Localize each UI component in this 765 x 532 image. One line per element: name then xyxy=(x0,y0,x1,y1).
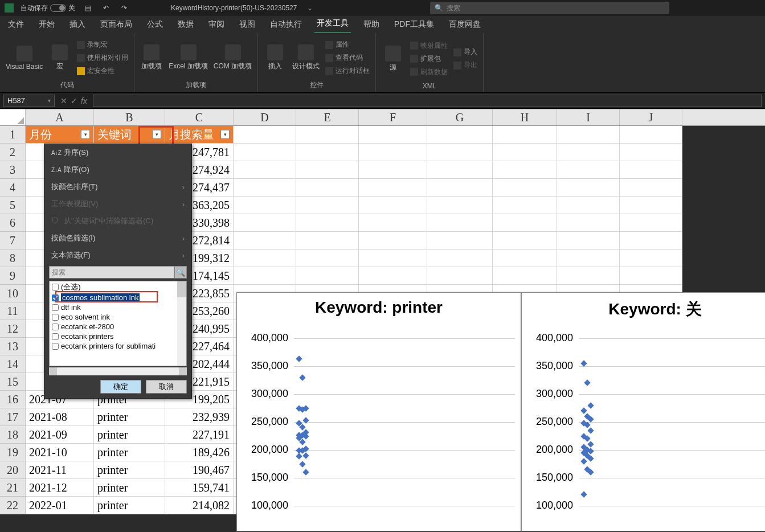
cell[interactable] xyxy=(493,267,557,285)
row-header[interactable]: 9 xyxy=(0,267,26,285)
visual-basic-button[interactable]: Visual Basic xyxy=(6,46,43,71)
redo-icon[interactable]: ↷ xyxy=(118,2,130,14)
col-header-J[interactable]: J xyxy=(620,109,682,125)
row-header[interactable]: 10 xyxy=(0,285,26,302)
cell[interactable]: 2021-08 xyxy=(26,408,94,426)
cell[interactable] xyxy=(359,197,427,214)
cell[interactable] xyxy=(493,214,557,232)
cell[interactable] xyxy=(296,179,359,197)
text-filters-item[interactable]: 文本筛选(F) xyxy=(44,247,191,264)
row-header[interactable]: 11 xyxy=(0,302,26,320)
cell[interactable] xyxy=(557,144,620,161)
row-header[interactable]: 14 xyxy=(0,355,26,373)
cell[interactable] xyxy=(359,126,427,144)
row-header[interactable]: 8 xyxy=(0,249,26,267)
cell[interactable] xyxy=(427,179,493,197)
chart-printer[interactable]: Keyword: printer 400,000350,000300,00025… xyxy=(236,292,521,531)
cell[interactable] xyxy=(493,179,557,197)
cell[interactable] xyxy=(620,214,682,232)
cell[interactable]: printer xyxy=(94,426,165,444)
row-header[interactable]: 15 xyxy=(0,373,26,391)
search-icon[interactable]: 🔍 xyxy=(174,266,187,279)
macro-security-button[interactable]: 宏安全性 xyxy=(77,65,128,77)
cell[interactable] xyxy=(234,249,296,267)
row-header[interactable]: 16 xyxy=(0,391,26,408)
filter-value-list[interactable]: (全选) cosmos sublimation ink dtf ink eco … xyxy=(49,281,187,366)
source-button[interactable]: 源 xyxy=(382,46,404,72)
cell[interactable] xyxy=(620,249,682,267)
cell[interactable] xyxy=(359,267,427,285)
sort-ascending-item[interactable]: A↓Z升序(S) xyxy=(44,144,191,161)
row-header[interactable]: 19 xyxy=(0,444,26,461)
cell[interactable] xyxy=(296,197,359,214)
tab-review[interactable]: 审阅 xyxy=(206,17,227,33)
cell[interactable] xyxy=(493,144,557,161)
formula-input[interactable] xyxy=(93,95,762,107)
cell[interactable] xyxy=(427,214,493,232)
cell[interactable] xyxy=(557,179,620,197)
cell[interactable] xyxy=(234,179,296,197)
row-header[interactable]: 17 xyxy=(0,408,26,426)
view-code-button[interactable]: 查看代码 xyxy=(325,52,370,64)
cell[interactable] xyxy=(620,126,682,144)
cell[interactable] xyxy=(359,144,427,161)
cell[interactable] xyxy=(234,197,296,214)
cell[interactable] xyxy=(493,197,557,214)
cell[interactable] xyxy=(359,179,427,197)
cell[interactable] xyxy=(427,144,493,161)
tab-home[interactable]: 开始 xyxy=(36,17,57,33)
filter-button-icon[interactable]: ▾ xyxy=(81,130,90,139)
tab-file[interactable]: 文件 xyxy=(6,17,26,33)
name-box[interactable]: H587▾ xyxy=(3,95,55,107)
cell[interactable] xyxy=(620,267,682,285)
row-header[interactable]: 22 xyxy=(0,497,26,514)
chart-keyword2[interactable]: Keyword: 关 400,000350,000300,000250,0002… xyxy=(521,292,765,531)
cell[interactable] xyxy=(557,214,620,232)
col-header-A[interactable]: A xyxy=(26,109,94,125)
col-header-I[interactable]: I xyxy=(557,109,620,125)
filter-search-input[interactable] xyxy=(49,266,174,279)
cell[interactable]: 2021-12 xyxy=(26,479,94,497)
tab-baidu[interactable]: 百度网盘 xyxy=(447,17,483,33)
tab-pdf[interactable]: PDF工具集 xyxy=(392,17,436,33)
cell[interactable] xyxy=(427,161,493,179)
cell[interactable]: 2021-10 xyxy=(26,444,94,461)
tab-formulas[interactable]: 公式 xyxy=(145,17,165,33)
cell[interactable] xyxy=(296,126,359,144)
toggle-switch-icon[interactable] xyxy=(50,4,66,12)
cell[interactable] xyxy=(557,197,620,214)
cell[interactable] xyxy=(234,161,296,179)
cell[interactable] xyxy=(427,197,493,214)
scrollbar-vertical[interactable]: ▴▾ xyxy=(177,281,186,366)
cell[interactable]: printer xyxy=(94,408,165,426)
col-header-D[interactable]: D xyxy=(234,109,296,125)
cell[interactable]: 227,191 xyxy=(165,426,234,444)
cell[interactable] xyxy=(234,214,296,232)
filter-search[interactable]: 🔍 xyxy=(49,266,187,279)
dropdown-icon[interactable]: ⌄ xyxy=(307,4,313,12)
cell[interactable]: 2021-09 xyxy=(26,426,94,444)
cell[interactable] xyxy=(620,232,682,249)
filter-item[interactable]: ecotank et-2800 xyxy=(50,322,186,332)
cell[interactable] xyxy=(493,126,557,144)
cell[interactable]: printer xyxy=(94,479,165,497)
tab-help[interactable]: 帮助 xyxy=(361,17,382,33)
run-dialog-button[interactable]: 运行对话框 xyxy=(325,65,370,77)
row-header[interactable]: 21 xyxy=(0,479,26,497)
cell[interactable]: 232,939 xyxy=(165,408,234,426)
cell[interactable] xyxy=(296,144,359,161)
undo-icon[interactable]: ↶ xyxy=(100,2,112,14)
tab-automate[interactable]: 自动执行 xyxy=(268,17,304,33)
filter-item[interactable]: eco solvent ink xyxy=(50,312,186,322)
filter-item[interactable]: ecotank printers xyxy=(50,332,186,341)
filter-button-icon[interactable]: ▾ xyxy=(220,130,230,139)
cell[interactable] xyxy=(620,161,682,179)
sort-by-color-item[interactable]: 按颜色排序(T) xyxy=(44,178,191,195)
row-header[interactable]: 1 xyxy=(0,126,26,144)
cell[interactable]: 2022-01 xyxy=(26,497,94,514)
row-header[interactable]: 5 xyxy=(0,197,26,214)
com-addins-button[interactable]: COM 加载项 xyxy=(214,44,252,71)
cell[interactable] xyxy=(620,144,682,161)
cell[interactable] xyxy=(234,144,296,161)
cancel-button[interactable]: 取消 xyxy=(146,380,187,394)
